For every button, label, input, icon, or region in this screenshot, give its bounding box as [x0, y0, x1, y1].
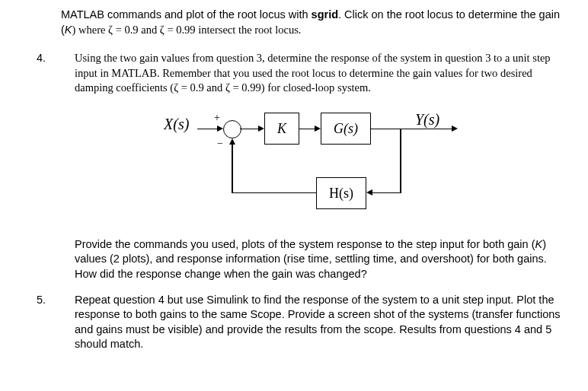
arrow-fb-h	[366, 189, 372, 196]
q4-p2a: Provide the commands you used, plots of …	[75, 238, 535, 250]
line-fb-down	[400, 129, 401, 193]
q4-p1: Using the two gain values from question …	[75, 51, 565, 96]
xs-label: X(s)	[164, 114, 189, 135]
q4-body: Using the two gain values from question …	[75, 51, 565, 281]
intro-text-4: ) where ζ = 0.9 and ζ = 0.99 intersect t…	[72, 24, 302, 36]
intro-text-2: . Click on the root locus to determine t…	[338, 8, 536, 21]
ys-label: Y(s)	[415, 110, 439, 130]
summing-junction	[223, 120, 241, 138]
arrow-in	[217, 126, 223, 132]
arrow-h-sum	[229, 138, 235, 145]
question-5: 5. Repeat question 4 but use Simulink to…	[23, 293, 565, 352]
sgrid-bold: sgrid	[312, 8, 338, 21]
question-4: 4. Using the two gain values from questi…	[23, 51, 565, 281]
hs-block: H(s)	[316, 177, 366, 209]
line-h-sum-v	[232, 143, 233, 193]
arrow-out	[452, 126, 458, 132]
intro-paragraph: MATLAB commands and plot of the root loc…	[61, 8, 565, 37]
intro-text-1: MATLAB commands and plot of the root loc…	[61, 8, 312, 21]
q5-body: Repeat question 4 but use Simulink to fi…	[75, 293, 565, 352]
q4-number: 4.	[23, 51, 75, 281]
q4-k: K	[535, 238, 543, 250]
line-g-out	[371, 129, 455, 130]
q5-number: 5.	[23, 293, 75, 352]
arrow-k-g	[315, 126, 321, 132]
q4-p2: Provide the commands you used, plots of …	[75, 237, 565, 282]
minus-sign: −	[217, 137, 223, 151]
line-h-sum-h	[232, 192, 316, 194]
k-block: K	[264, 113, 299, 145]
gain-k: K	[65, 24, 72, 36]
gs-block: G(s)	[321, 113, 371, 145]
block-diagram: X(s) + − K G(s) Y(s)	[164, 110, 476, 224]
plus-sign: +	[214, 111, 220, 126]
arrow-sum-k	[258, 126, 264, 132]
line-fb-h	[371, 192, 401, 194]
